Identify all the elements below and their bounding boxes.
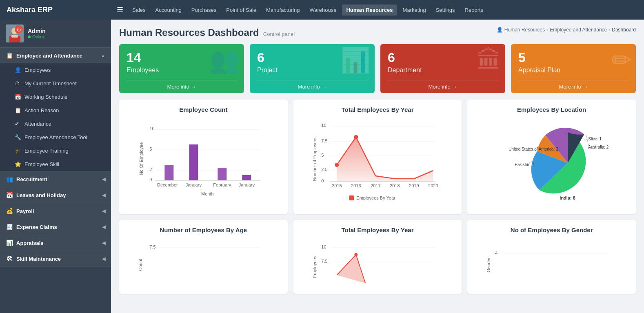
breadcrumb-ea[interactable]: Employee and Attendance	[550, 27, 607, 33]
by-gender-title: No of Employees By Gender	[474, 226, 629, 233]
sidebar-section-icon-appraisals: 📊	[6, 240, 13, 246]
sidebar-section-icon-expense-claims: 🧾	[6, 224, 13, 230]
card-bg-icon: 📊	[340, 48, 371, 73]
breadcrumb-hr[interactable]: Human Resources	[504, 27, 545, 33]
sidebar-section-employee-attendance: 📋Employee and Attendance▲👤Employees⏱My C…	[0, 48, 111, 171]
charts-row-1: Employee Count 10 5 2 0	[119, 100, 636, 214]
svg-text:February: February	[213, 182, 231, 187]
sidebar-section-label-leaves-holiday: Leaves and Holiday	[16, 192, 66, 198]
nav-item-sales[interactable]: Sales	[128, 4, 150, 16]
sidebar-item-employees[interactable]: 👤Employees	[0, 63, 111, 77]
card-more-info[interactable]: More info →	[388, 80, 498, 93]
svg-text:Employees By Year: Employees By Year	[356, 195, 395, 200]
sidebar-section-header-appraisals[interactable]: 📊Appraisals◀	[0, 235, 111, 251]
sidebar-item-working-schedule[interactable]: 📅Working Schedule	[0, 90, 111, 104]
user-section: ⏻ Admin Online	[0, 20, 111, 48]
sidebar-item-icon: ✔	[15, 121, 21, 127]
nav-item-warehouse[interactable]: Warehouse	[305, 4, 340, 16]
summary-card-2[interactable]: 🏛 6 Department More info →	[380, 44, 505, 93]
by-location-title: Employees By Location	[474, 106, 629, 113]
sidebar-section-expense-claims: 🧾Expense Claims◀	[0, 219, 111, 235]
nav-item-settings[interactable]: Settings	[432, 4, 459, 16]
svg-text:2019: 2019	[409, 183, 419, 188]
sidebar-item-icon: 🎓	[15, 148, 21, 154]
svg-text:5: 5	[149, 147, 152, 151]
svg-text:2018: 2018	[390, 183, 400, 188]
summary-card-3[interactable]: ✏ 5 Appraisal Plan More info →	[511, 44, 636, 93]
sidebar-item-label: Working Schedule	[24, 94, 67, 100]
sidebar-section-icon-payroll: 💰	[6, 208, 13, 214]
menu-icon[interactable]: ☰	[117, 5, 123, 14]
page-subtitle: Control panel	[263, 31, 295, 37]
summary-card-0[interactable]: 👥 14 Employees More info →	[119, 44, 244, 93]
sidebar-item-label: Employees	[24, 67, 51, 73]
sidebar-section-header-employee-attendance[interactable]: 📋Employee and Attendance▲	[0, 48, 111, 63]
by-age-chart: Number of Employees By Age 7.5 Count	[119, 220, 288, 294]
sidebar-section-icon-skill-maintenance: 🛠	[6, 255, 13, 262]
svg-text:Australia: 2: Australia: 2	[588, 145, 609, 149]
svg-text:Number of Employees: Number of Employees	[312, 136, 317, 181]
by-age-area: 7.5 Count	[126, 238, 281, 287]
svg-rect-3	[11, 35, 18, 38]
main-content: Human Resources Dashboard Control panel …	[111, 20, 644, 313]
sidebar-section-payroll: 💰Payroll◀	[0, 203, 111, 219]
by-gender-chart: No of Employees By Gender 4 Gender	[467, 220, 636, 294]
sidebar-section-icon-recruitment: 👥	[6, 176, 13, 182]
sidebar-section-appraisals: 📊Appraisals◀	[0, 235, 111, 251]
total-by-year-chart: Total Employees By Year 10 7.5 5 2.5 0	[293, 100, 462, 214]
sidebar-section-header-leaves-holiday[interactable]: 📆Leaves and Holiday◀	[0, 187, 111, 203]
svg-text:7.5: 7.5	[321, 259, 327, 264]
sidebar-chevron-appraisals: ◀	[102, 240, 105, 246]
card-more-info[interactable]: More info →	[127, 80, 237, 93]
sidebar-section-icon-leaves-holiday: 📆	[6, 192, 13, 198]
sidebar-chevron-expense-claims: ◀	[102, 224, 105, 230]
sidebar-item-action-reason[interactable]: 📋Action Reason	[0, 104, 111, 117]
svg-rect-15	[242, 175, 251, 180]
sidebar-section-label-skill-maintenance: Skill Maintenance	[16, 256, 61, 262]
page-title-group: Human Resources Dashboard Control panel	[119, 27, 295, 38]
sidebar-sections: 📋Employee and Attendance▲👤Employees⏱My C…	[0, 48, 111, 267]
svg-text:Month: Month	[201, 191, 214, 196]
nav-item-marketing[interactable]: Marketing	[399, 4, 430, 16]
sidebar-section-label-employee-attendance: Employee and Attendance	[16, 53, 82, 59]
svg-point-34	[335, 163, 339, 167]
sidebar-item-attendance[interactable]: ✔Attendance	[0, 117, 111, 131]
nav-item-human-resources[interactable]: Human Resources	[342, 4, 397, 16]
svg-line-51	[584, 139, 588, 140]
sidebar-chevron-recruitment: ◀	[102, 177, 105, 182]
sidebar: ⏻ Admin Online 📋Employee and Attendance▲…	[0, 20, 111, 313]
nav-item-accounting[interactable]: Accounting	[151, 4, 186, 16]
nav-item-reports[interactable]: Reports	[461, 4, 488, 16]
nav-item-purchases[interactable]: Purchases	[187, 4, 220, 16]
total-by-year-area: 10 7.5 5 2.5 0	[300, 118, 455, 208]
employee-count-chart: Employee Count 10 5 2 0	[119, 100, 288, 214]
sidebar-item-employee-attendance-tool[interactable]: 🔧Employee Attendance Tool	[0, 131, 111, 144]
sidebar-section-header-payroll[interactable]: 💰Payroll◀	[0, 203, 111, 219]
sidebar-item-employee-training[interactable]: 🎓Employee Training	[0, 144, 111, 158]
sidebar-section-header-expense-claims[interactable]: 🧾Expense Claims◀	[0, 219, 111, 235]
svg-text:Gender: Gender	[486, 257, 491, 272]
sidebar-chevron-skill-maintenance: ◀	[102, 256, 105, 262]
logout-button[interactable]: ⏻	[15, 25, 23, 33]
sidebar-section-label-payroll: Payroll	[16, 208, 34, 214]
sidebar-section-header-recruitment[interactable]: 👥Recruitment◀	[0, 171, 111, 187]
total-by-year-2-chart: Total Employees By Year 10 7.5 Employees	[293, 220, 462, 294]
svg-text:0: 0	[149, 177, 152, 182]
sidebar-section-header-skill-maintenance[interactable]: 🛠Skill Maintenance◀	[0, 251, 111, 266]
sidebar-item-icon: 📅	[15, 94, 21, 100]
nav-item-manufacturing[interactable]: Manufacturing	[262, 4, 304, 16]
svg-rect-13	[189, 144, 198, 180]
card-more-info[interactable]: More info →	[257, 80, 367, 93]
sidebar-section-recruitment: 👥Recruitment◀	[0, 171, 111, 187]
sidebar-chevron-leaves-holiday: ◀	[102, 193, 105, 198]
svg-text:India: 8: India: 8	[560, 195, 576, 200]
sidebar-section-icon-employee-attendance: 📋	[6, 52, 13, 59]
svg-text:Count: Count	[138, 259, 143, 271]
card-more-info[interactable]: More info →	[518, 80, 628, 93]
sidebar-item-my-current-timesheet[interactable]: ⏱My Current Timesheet	[0, 77, 111, 90]
nav-item-point-of-sale[interactable]: Point of Sale	[222, 4, 260, 16]
sidebar-item-employee-skill[interactable]: ⭐Employee Skill	[0, 158, 111, 171]
summary-card-1[interactable]: 📊 6 Project More info →	[250, 44, 375, 93]
nav-items: SalesAccountingPurchasesPoint of SaleMan…	[128, 4, 487, 16]
sidebar-item-label: Employee Training	[24, 148, 69, 154]
